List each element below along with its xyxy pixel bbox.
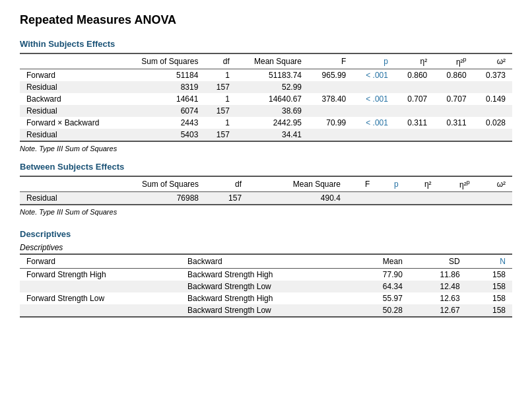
between-header-row: Sum of Squares df Mean Square F p η² η²p… — [20, 176, 512, 192]
between-note: Note. Type III Sum of Squares — [20, 208, 512, 216]
within-col-f: F — [308, 53, 352, 69]
within-col-omega2: ω² — [473, 53, 512, 69]
within-row-2: Backward14641114640.67378.40< .0010.7070… — [20, 93, 512, 105]
within-row-3: Residual607415738.69 — [20, 105, 512, 117]
between-col-ms: Mean Square — [248, 176, 347, 192]
descriptives-table: Forward Backward Mean SD N Forward Stren… — [20, 254, 512, 318]
between-row-0: Residual76988157490.4 — [20, 192, 512, 205]
within-col-label — [20, 53, 122, 69]
within-col-eta2: η² — [395, 53, 434, 69]
page-title: Repeated Measures ANOVA — [20, 13, 512, 27]
desc-row-0: Forward Strength HighBackward Strength H… — [20, 269, 512, 281]
between-subjects-title: Between Subjects Effects — [20, 162, 512, 172]
within-col-eta2p: η²p — [434, 53, 473, 69]
between-col-df: df — [205, 176, 248, 192]
between-col-p: p — [376, 176, 405, 192]
within-row-1: Residual831915752.99 — [20, 81, 512, 93]
desc-col-backward: Backward — [181, 254, 352, 269]
within-subjects-table: Sum of Squares df Mean Square F p η² η²p… — [20, 53, 512, 142]
within-header-row: Sum of Squares df Mean Square F p η² η²p… — [20, 53, 512, 69]
within-col-p: p — [352, 53, 395, 69]
within-note: Note. Type III Sum of Squares — [20, 145, 512, 152]
desc-header-row: Forward Backward Mean SD N — [20, 254, 512, 269]
between-col-label — [20, 176, 92, 192]
between-col-f: F — [347, 176, 376, 192]
desc-col-mean: Mean — [352, 254, 409, 269]
desc-row-1: Backward Strength Low64.3412.48158 — [20, 281, 512, 292]
within-col-ss: Sum of Squares — [122, 53, 205, 69]
between-col-eta2p: η²p — [438, 176, 477, 192]
between-col-eta2: η² — [405, 176, 438, 192]
between-col-ss: Sum of Squares — [92, 176, 206, 192]
desc-row-2: Forward Strength LowBackward Strength Hi… — [20, 292, 512, 304]
descriptives-sub-label: Descriptives — [20, 243, 512, 252]
within-row-5: Residual540315734.41 — [20, 129, 512, 141]
between-col-omega2: ω² — [477, 176, 512, 192]
desc-row-3: Backward Strength Low50.2812.67158 — [20, 304, 512, 317]
desc-col-forward: Forward — [20, 254, 181, 269]
within-col-ms: Mean Square — [236, 53, 308, 69]
within-subjects-title: Within Subjects Effects — [20, 39, 512, 49]
within-row-0: Forward51184151183.74965.99< .0010.8600.… — [20, 69, 512, 82]
descriptives-section-title: Descriptives — [20, 229, 512, 239]
between-subjects-table: Sum of Squares df Mean Square F p η² η²p… — [20, 176, 512, 205]
within-row-4: Forward × Backward244312442.9570.99< .00… — [20, 117, 512, 129]
desc-col-sd: SD — [409, 254, 467, 269]
desc-col-n: N — [467, 254, 512, 269]
within-col-df: df — [205, 53, 236, 69]
